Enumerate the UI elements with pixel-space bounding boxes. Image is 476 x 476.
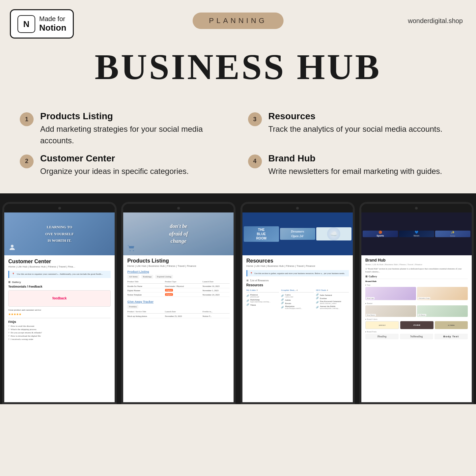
- t2-header: don't beafraid ofchange: [123, 212, 234, 255]
- tab-all-items[interactable]: All Items: [127, 275, 139, 279]
- t4-info: A "Brand Hub" section in your business p…: [365, 267, 468, 273]
- t1-testimonials-title: Testimonials / Feedback: [8, 285, 111, 288]
- feature-desc-3: Track the analytics of your social media…: [268, 124, 443, 135]
- td-type-3: Digital: [165, 293, 201, 296]
- tablets-section: LEARNING TO OVE YOURSELF IS WORTH IT. Cu…: [0, 193, 476, 404]
- color-swatch-2: #514040: [400, 321, 433, 329]
- list-item: 🔗 Canva canva.com/: [281, 294, 314, 298]
- td-title-1: Hoodie for Nurse: [127, 285, 163, 287]
- t1-faq-title: FAQs: [8, 320, 111, 323]
- tablet-camera-1: [58, 207, 61, 210]
- t1-stars: ★★★★★: [8, 313, 111, 316]
- t2-header-slogan: don't beafraid ofchange: [169, 223, 188, 245]
- tab-freebies[interactable]: Freebies: [127, 305, 138, 309]
- svg-point-3: [130, 250, 131, 251]
- features-grid: 1 Products Listing Add marketing strateg…: [0, 101, 476, 193]
- t1-breadcrumb: Home | Life Hub | Business Hub | Fitness…: [8, 265, 111, 268]
- feature-content-4: Brand Hub Write newsletters for email ma…: [268, 153, 442, 177]
- tablet-screen-4: 🏀Sports 💙Neon ✨Glow Brand Hub Home | Lif…: [361, 212, 472, 402]
- tablet-topbar-2: [123, 204, 234, 212]
- link-icon: 🔗: [281, 306, 284, 309]
- td-type-2: Digital: [165, 289, 201, 292]
- t2-giveaway-header: Product / Service Title Launch Date Free…: [127, 310, 230, 314]
- link-icon: 🔗: [246, 303, 249, 306]
- tablet-camera-4: [415, 207, 418, 210]
- list-item: 🔗 Envato: [281, 302, 314, 304]
- digital-badge-1: Digital: [165, 289, 173, 292]
- t2-header-overlay: don't beafraid ofchange: [123, 212, 234, 255]
- list-item: 🔗 Sales Samurai: [316, 294, 349, 296]
- list-item: ? How to download the digital file: [8, 335, 111, 337]
- feature-title-3: Resources: [268, 111, 443, 122]
- td-title-2: Digital Planner: [127, 289, 163, 292]
- td-title-3: Notion Template: [127, 294, 163, 296]
- list-item: 🔗 Pinterest pinterest.ph/: [246, 294, 279, 298]
- t2-title: Products Listing: [127, 258, 230, 264]
- tablet-topbar-3: [242, 204, 353, 212]
- td-date-3: November 24, 2023: [203, 294, 230, 296]
- tablet-screen-3: THEBLUEROOM DreamersOpen 24/ ☁️ Resource…: [242, 212, 353, 402]
- faq-q-icon: ?: [8, 335, 9, 337]
- list-item: ? What's the shipping process: [8, 328, 111, 331]
- t1-title: Customer Center: [8, 259, 111, 265]
- feature-content-3: Resources Track the analytics of your so…: [268, 111, 443, 135]
- link-icon: 🔗: [316, 306, 319, 309]
- gallery-item-banner-2: Alt Banner: [417, 305, 468, 317]
- feature-content-2: Customer Center Organize your ideas in s…: [40, 153, 189, 177]
- gh-date: Launch Date: [165, 311, 201, 313]
- link-icon: 🔗: [281, 294, 284, 297]
- t4-gallery-section: ⊞Gallery Brand Hub ▸ Tags Shop Logo Alte…: [365, 275, 468, 300]
- t3-col-3: SEO Tools 4 🔗 Sales Samurai 🔗: [316, 289, 349, 310]
- link-icon: 🔗: [316, 301, 319, 304]
- t3-resources-title: Resources: [246, 283, 349, 287]
- font-item-subheading: Subheading: [400, 334, 433, 339]
- table-row: Digital Planner Digital November 1, 2023: [127, 288, 230, 293]
- color-swatch-1: #FFF3CF: [365, 321, 399, 329]
- gr-date-1: November 25, 2023: [165, 315, 201, 317]
- gallery-item-logo: Shop Logo: [365, 287, 416, 300]
- gallery-item-banner-1: Shop Banner: [365, 305, 416, 317]
- tab-expired[interactable]: Expired Listing: [155, 275, 173, 279]
- t1-info-text: Use this section to organize your custom…: [17, 273, 103, 275]
- tablet-wrapper-2: don't beafraid ofchange Products Listing…: [119, 193, 238, 404]
- digital-badge-2: Digital: [165, 293, 173, 296]
- t4-logo-row: Shop Logo Alternative Logo: [365, 287, 468, 300]
- tablet-screen-2: don't beafraid ofchange Products Listing…: [123, 212, 234, 402]
- link-icon: 🔗: [246, 294, 249, 297]
- feature-desc-2: Organize your ideas in specific categori…: [40, 166, 189, 177]
- t1-feedback-label: feedback: [52, 296, 67, 300]
- th-product-title: Product Title: [127, 281, 163, 283]
- gh-freebie: Freebie to...: [203, 311, 230, 313]
- list-item: 🔗 Answer the Public answerthepublic.com/…: [316, 305, 349, 309]
- t4-font-row: Heading Subheading Body Text: [365, 334, 468, 339]
- gh-product: Product / Service Title: [127, 311, 163, 313]
- notion-badge: N Made for Notion: [10, 9, 74, 39]
- tablet-2: don't beafraid ofchange Products Listing…: [121, 202, 236, 404]
- faq-q-icon: ?: [8, 331, 9, 334]
- t4-banner-row: Shop Banner Alt Banner: [365, 305, 468, 317]
- planning-pill: PLANNING: [192, 13, 283, 29]
- table-row: Notion Template Digital November 24, 202…: [127, 293, 230, 297]
- td-date-1: November 10, 2023: [203, 285, 230, 287]
- table-row: Hoodie for Nurse Hand-made / Physical No…: [127, 284, 230, 288]
- feature-item-2: 2 Customer Center Organize your ideas in…: [20, 153, 228, 177]
- td-date-2: November 1, 2023: [203, 289, 230, 292]
- t2-giveaway-tabs: Freebies: [127, 305, 230, 309]
- page-title: BUSINESS HUB: [16, 46, 460, 88]
- faq-q-2: What's the shipping process: [11, 328, 36, 331]
- faq-q-4: How to download the digital file: [11, 335, 41, 337]
- link-icon: 🔗: [316, 294, 319, 296]
- link-icon: 🔗: [281, 298, 284, 301]
- list-item: 🔗 Tiktok: [246, 303, 279, 306]
- tablet-4: 🏀Sports 💙Neon ✨Glow Brand Hub Home | Lif…: [359, 202, 474, 404]
- link-icon: 🔗: [316, 297, 319, 299]
- t1-feedback-box: feedback: [8, 290, 111, 307]
- t3-col-title-1: My Links 3: [246, 289, 279, 293]
- font-item-heading: Heading: [365, 334, 399, 339]
- t3-content: Resources Home | Life Hub | Business Hub…: [242, 255, 353, 402]
- notion-logo-icon: N: [17, 15, 35, 33]
- tab-rankings[interactable]: Rankings: [141, 275, 153, 279]
- made-for-label: Made for: [39, 15, 66, 23]
- t1-header: LEARNING TO OVE YOURSELF IS WORTH IT.: [4, 212, 115, 255]
- gr-title-1: Mock up listing photos: [127, 315, 163, 317]
